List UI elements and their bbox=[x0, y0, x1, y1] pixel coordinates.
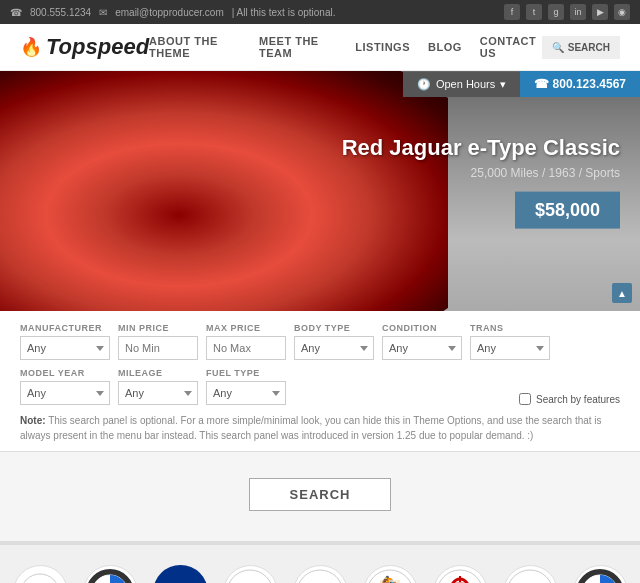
mileage-label: MILEAGE bbox=[118, 368, 198, 378]
honda-logo: H bbox=[223, 565, 278, 583]
hero-top-bar: 🕐 Open Hours ▾ ☎ 800.123.4567 bbox=[403, 71, 640, 97]
search-row-2: MODEL YEAR Any MILEAGE Any FUEL TYPE Any… bbox=[20, 368, 620, 405]
trans-select[interactable]: Any bbox=[470, 336, 550, 360]
open-hours-label: Open Hours bbox=[436, 78, 495, 90]
trans-field: TRANS Any bbox=[470, 323, 550, 360]
manufacturer-field: MANUFACTURER Any bbox=[20, 323, 110, 360]
min-price-label: MIN PRICE bbox=[118, 323, 198, 333]
search-button-area: SEARCH bbox=[0, 452, 640, 542]
brand-acura[interactable]: A ACURA bbox=[13, 565, 68, 583]
hero-car-title: Red Jaguar e-Type Classic bbox=[342, 135, 620, 161]
brand-honda[interactable]: H HONDA bbox=[223, 565, 278, 583]
search-icon: 🔍 bbox=[552, 42, 564, 53]
body-type-field: BODY TYPE Any bbox=[294, 323, 374, 360]
max-price-input[interactable] bbox=[206, 336, 286, 360]
svg-point-10 bbox=[297, 570, 343, 584]
nav-contact[interactable]: CONTACT US bbox=[480, 35, 542, 59]
model-year-select[interactable]: Any bbox=[20, 381, 110, 405]
phone-icon: ☎ bbox=[534, 77, 549, 91]
nav-about[interactable]: ABOUT THE THEME bbox=[149, 35, 241, 59]
search-panel: MANUFACTURER Any MIN PRICE MAX PRICE BOD… bbox=[0, 311, 640, 452]
fuel-type-label: FUEL TYPE bbox=[206, 368, 286, 378]
search-features-checkbox-group: Search by features bbox=[519, 393, 620, 405]
hero-price: $58,000 bbox=[515, 192, 620, 229]
brand-bmw-2[interactable]: BMW BMW bbox=[573, 565, 628, 583]
bmw-logo: BMW bbox=[83, 565, 138, 583]
bmw-svg: BMW bbox=[85, 568, 135, 584]
logo[interactable]: 🔥 Topspeed bbox=[20, 34, 149, 60]
honda-svg: H bbox=[225, 568, 275, 584]
manufacturer-label: MANUFACTURER bbox=[20, 323, 110, 333]
mileage-field: MILEAGE Any bbox=[118, 368, 198, 405]
search-features-checkbox[interactable] bbox=[519, 393, 531, 405]
open-hours-button[interactable]: 🕐 Open Hours ▾ bbox=[403, 72, 520, 97]
jaguar-logo: 🐆 bbox=[293, 565, 348, 583]
toyota-svg bbox=[435, 568, 485, 584]
top-bar: ☎ 800.555.1234 ✉ email@topproducer.com |… bbox=[0, 0, 640, 24]
max-price-field: MAX PRICE bbox=[206, 323, 286, 360]
googleplus-icon[interactable]: g bbox=[548, 4, 564, 20]
logo-icon: 🔥 bbox=[20, 36, 42, 58]
search-label: SEARCH bbox=[568, 42, 610, 53]
porsche-logo: PORSCHE 🏇 bbox=[363, 565, 418, 583]
condition-label: CONDITION bbox=[382, 323, 462, 333]
jaguar-svg: 🐆 bbox=[295, 568, 345, 584]
condition-field: CONDITION Any bbox=[382, 323, 462, 360]
brand-ford[interactable]: Ford FORD bbox=[153, 565, 208, 583]
brands-row: A ACURA BMW BMW bbox=[10, 565, 630, 583]
top-bar-left: ☎ 800.555.1234 ✉ email@topproducer.com |… bbox=[10, 7, 335, 18]
topbar-phone: 800.555.1234 bbox=[30, 7, 91, 18]
model-year-field: MODEL YEAR Any bbox=[20, 368, 110, 405]
topbar-note: | All this text is optional. bbox=[232, 7, 336, 18]
header: 🔥 Topspeed ABOUT THE THEME MEET THE TEAM… bbox=[0, 24, 640, 71]
search-panel-note: Note: This search panel is optional. For… bbox=[20, 413, 620, 443]
acura2-svg: A bbox=[505, 568, 555, 584]
min-price-field: MIN PRICE bbox=[118, 323, 198, 360]
nav-listings[interactable]: LISTINGS bbox=[355, 41, 410, 53]
nav-team[interactable]: MEET THE TEAM bbox=[259, 35, 337, 59]
acura2-logo: A bbox=[503, 565, 558, 583]
search-row-1: MANUFACTURER Any MIN PRICE MAX PRICE BOD… bbox=[20, 323, 620, 360]
brand-acura-2[interactable]: A ACURA bbox=[503, 565, 558, 583]
hero-content: Red Jaguar e-Type Classic 25,000 Miles /… bbox=[342, 135, 620, 229]
brand-porsche[interactable]: PORSCHE 🏇 PORSCHE bbox=[363, 565, 418, 583]
hero-section: 🕐 Open Hours ▾ ☎ 800.123.4567 Red Jaguar… bbox=[0, 71, 640, 311]
toyota-logo bbox=[433, 565, 488, 583]
acura-svg: A bbox=[20, 573, 60, 584]
manufacturer-select[interactable]: Any bbox=[20, 336, 110, 360]
youtube-icon[interactable]: ▶ bbox=[592, 4, 608, 20]
main-search-button[interactable]: SEARCH bbox=[249, 478, 392, 511]
model-year-label: MODEL YEAR bbox=[20, 368, 110, 378]
mileage-select[interactable]: Any bbox=[118, 381, 198, 405]
brand-jaguar[interactable]: 🐆 JAGUAR bbox=[293, 565, 348, 583]
bmw2-logo: BMW bbox=[573, 565, 628, 583]
search-button[interactable]: 🔍 SEARCH bbox=[542, 36, 620, 59]
trans-label: TRANS bbox=[470, 323, 550, 333]
min-price-input[interactable] bbox=[118, 336, 198, 360]
scroll-up-button[interactable]: ▲ bbox=[612, 283, 632, 303]
condition-select[interactable]: Any bbox=[382, 336, 462, 360]
logo-text: Topspeed bbox=[46, 34, 149, 60]
body-type-select[interactable]: Any bbox=[294, 336, 374, 360]
svg-point-6 bbox=[153, 575, 207, 584]
ford-logo: Ford bbox=[153, 565, 208, 583]
nav-blog[interactable]: BLOG bbox=[428, 41, 462, 53]
topbar-email-icon: ✉ bbox=[99, 7, 107, 18]
brand-toyota[interactable]: TOYOTA bbox=[433, 565, 488, 583]
hero-car-details: 25,000 Miles / 1963 / Sports bbox=[342, 166, 620, 180]
note-prefix: Note: bbox=[20, 415, 46, 426]
hero-phone-button[interactable]: ☎ 800.123.4567 bbox=[520, 71, 640, 97]
facebook-icon[interactable]: f bbox=[504, 4, 520, 20]
bmw2-svg: BMW bbox=[575, 568, 625, 584]
ford-svg: Ford bbox=[153, 574, 208, 584]
svg-text:🏇: 🏇 bbox=[381, 575, 399, 584]
brand-bmw[interactable]: BMW BMW bbox=[83, 565, 138, 583]
fuel-type-select[interactable]: Any bbox=[206, 381, 286, 405]
twitter-icon[interactable]: t bbox=[526, 4, 542, 20]
rss-icon[interactable]: ◉ bbox=[614, 4, 630, 20]
max-price-label: MAX PRICE bbox=[206, 323, 286, 333]
main-nav: ABOUT THE THEME MEET THE TEAM LISTINGS B… bbox=[149, 35, 542, 59]
acura-logo: A bbox=[13, 565, 68, 583]
topbar-email: email@topproducer.com bbox=[115, 7, 224, 18]
linkedin-icon[interactable]: in bbox=[570, 4, 586, 20]
